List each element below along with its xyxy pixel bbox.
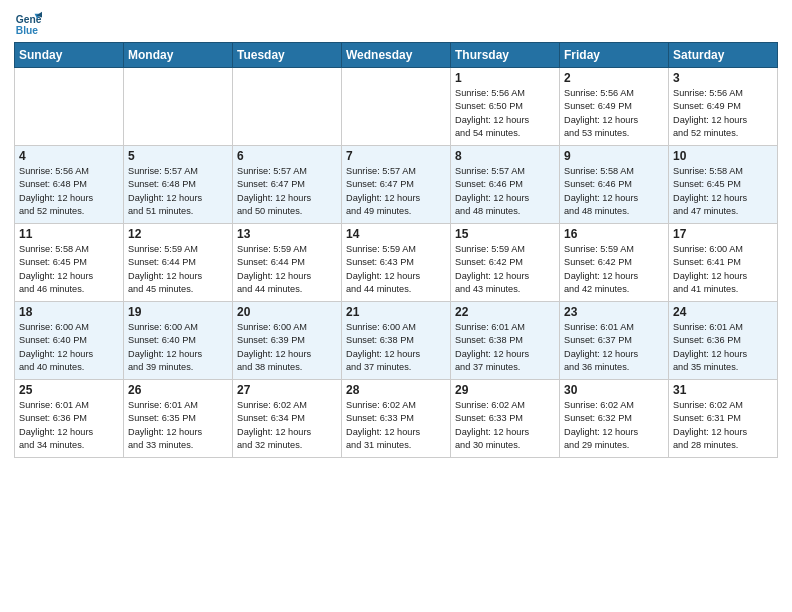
cell-daylight-info: Sunrise: 5:56 AM Sunset: 6:48 PM Dayligh… (19, 165, 119, 218)
cell-daylight-info: Sunrise: 6:02 AM Sunset: 6:34 PM Dayligh… (237, 399, 337, 452)
calendar-cell: 27Sunrise: 6:02 AM Sunset: 6:34 PM Dayli… (233, 380, 342, 458)
cell-daylight-info: Sunrise: 5:56 AM Sunset: 6:49 PM Dayligh… (673, 87, 773, 140)
cell-daylight-info: Sunrise: 5:58 AM Sunset: 6:45 PM Dayligh… (19, 243, 119, 296)
calendar-cell (342, 68, 451, 146)
calendar-cell: 13Sunrise: 5:59 AM Sunset: 6:44 PM Dayli… (233, 224, 342, 302)
day-number: 6 (237, 149, 337, 163)
week-row-3: 11Sunrise: 5:58 AM Sunset: 6:45 PM Dayli… (15, 224, 778, 302)
weekday-header-monday: Monday (124, 43, 233, 68)
cell-daylight-info: Sunrise: 6:01 AM Sunset: 6:35 PM Dayligh… (128, 399, 228, 452)
calendar-body: 1Sunrise: 5:56 AM Sunset: 6:50 PM Daylig… (15, 68, 778, 458)
calendar-cell: 1Sunrise: 5:56 AM Sunset: 6:50 PM Daylig… (451, 68, 560, 146)
cell-daylight-info: Sunrise: 5:59 AM Sunset: 6:43 PM Dayligh… (346, 243, 446, 296)
calendar-cell: 10Sunrise: 5:58 AM Sunset: 6:45 PM Dayli… (669, 146, 778, 224)
calendar-table: SundayMondayTuesdayWednesdayThursdayFrid… (14, 42, 778, 458)
cell-daylight-info: Sunrise: 5:56 AM Sunset: 6:50 PM Dayligh… (455, 87, 555, 140)
day-number: 2 (564, 71, 664, 85)
day-number: 3 (673, 71, 773, 85)
day-number: 1 (455, 71, 555, 85)
calendar-cell: 2Sunrise: 5:56 AM Sunset: 6:49 PM Daylig… (560, 68, 669, 146)
day-number: 30 (564, 383, 664, 397)
calendar-cell (124, 68, 233, 146)
day-number: 12 (128, 227, 228, 241)
cell-daylight-info: Sunrise: 6:00 AM Sunset: 6:39 PM Dayligh… (237, 321, 337, 374)
day-number: 8 (455, 149, 555, 163)
calendar-cell: 21Sunrise: 6:00 AM Sunset: 6:38 PM Dayli… (342, 302, 451, 380)
page-container: General Blue SundayMondayTuesdayWednesda… (0, 0, 792, 464)
day-number: 19 (128, 305, 228, 319)
cell-daylight-info: Sunrise: 6:01 AM Sunset: 6:37 PM Dayligh… (564, 321, 664, 374)
day-number: 23 (564, 305, 664, 319)
week-row-1: 1Sunrise: 5:56 AM Sunset: 6:50 PM Daylig… (15, 68, 778, 146)
calendar-cell: 26Sunrise: 6:01 AM Sunset: 6:35 PM Dayli… (124, 380, 233, 458)
weekday-header-thursday: Thursday (451, 43, 560, 68)
day-number: 22 (455, 305, 555, 319)
cell-daylight-info: Sunrise: 6:01 AM Sunset: 6:36 PM Dayligh… (19, 399, 119, 452)
calendar-cell: 28Sunrise: 6:02 AM Sunset: 6:33 PM Dayli… (342, 380, 451, 458)
cell-daylight-info: Sunrise: 5:57 AM Sunset: 6:47 PM Dayligh… (346, 165, 446, 218)
cell-daylight-info: Sunrise: 6:01 AM Sunset: 6:36 PM Dayligh… (673, 321, 773, 374)
cell-daylight-info: Sunrise: 6:00 AM Sunset: 6:40 PM Dayligh… (19, 321, 119, 374)
day-number: 10 (673, 149, 773, 163)
day-number: 16 (564, 227, 664, 241)
cell-daylight-info: Sunrise: 6:02 AM Sunset: 6:32 PM Dayligh… (564, 399, 664, 452)
cell-daylight-info: Sunrise: 5:59 AM Sunset: 6:42 PM Dayligh… (455, 243, 555, 296)
day-number: 24 (673, 305, 773, 319)
cell-daylight-info: Sunrise: 6:00 AM Sunset: 6:41 PM Dayligh… (673, 243, 773, 296)
calendar-cell: 20Sunrise: 6:00 AM Sunset: 6:39 PM Dayli… (233, 302, 342, 380)
calendar-cell: 31Sunrise: 6:02 AM Sunset: 6:31 PM Dayli… (669, 380, 778, 458)
calendar-cell: 15Sunrise: 5:59 AM Sunset: 6:42 PM Dayli… (451, 224, 560, 302)
calendar-cell: 11Sunrise: 5:58 AM Sunset: 6:45 PM Dayli… (15, 224, 124, 302)
day-number: 31 (673, 383, 773, 397)
day-number: 15 (455, 227, 555, 241)
calendar-cell: 25Sunrise: 6:01 AM Sunset: 6:36 PM Dayli… (15, 380, 124, 458)
header: General Blue (14, 10, 778, 38)
day-number: 18 (19, 305, 119, 319)
cell-daylight-info: Sunrise: 6:01 AM Sunset: 6:38 PM Dayligh… (455, 321, 555, 374)
day-number: 27 (237, 383, 337, 397)
calendar-cell: 9Sunrise: 5:58 AM Sunset: 6:46 PM Daylig… (560, 146, 669, 224)
day-number: 14 (346, 227, 446, 241)
calendar-cell (15, 68, 124, 146)
day-number: 7 (346, 149, 446, 163)
cell-daylight-info: Sunrise: 5:59 AM Sunset: 6:44 PM Dayligh… (237, 243, 337, 296)
calendar-cell: 29Sunrise: 6:02 AM Sunset: 6:33 PM Dayli… (451, 380, 560, 458)
day-number: 25 (19, 383, 119, 397)
day-number: 21 (346, 305, 446, 319)
calendar-cell: 14Sunrise: 5:59 AM Sunset: 6:43 PM Dayli… (342, 224, 451, 302)
svg-text:Blue: Blue (16, 25, 39, 36)
calendar-cell: 22Sunrise: 6:01 AM Sunset: 6:38 PM Dayli… (451, 302, 560, 380)
day-number: 5 (128, 149, 228, 163)
calendar-cell: 18Sunrise: 6:00 AM Sunset: 6:40 PM Dayli… (15, 302, 124, 380)
cell-daylight-info: Sunrise: 5:57 AM Sunset: 6:47 PM Dayligh… (237, 165, 337, 218)
calendar-cell: 30Sunrise: 6:02 AM Sunset: 6:32 PM Dayli… (560, 380, 669, 458)
calendar-cell: 17Sunrise: 6:00 AM Sunset: 6:41 PM Dayli… (669, 224, 778, 302)
calendar-cell: 24Sunrise: 6:01 AM Sunset: 6:36 PM Dayli… (669, 302, 778, 380)
cell-daylight-info: Sunrise: 6:02 AM Sunset: 6:31 PM Dayligh… (673, 399, 773, 452)
cell-daylight-info: Sunrise: 5:57 AM Sunset: 6:48 PM Dayligh… (128, 165, 228, 218)
cell-daylight-info: Sunrise: 5:57 AM Sunset: 6:46 PM Dayligh… (455, 165, 555, 218)
day-number: 9 (564, 149, 664, 163)
cell-daylight-info: Sunrise: 5:59 AM Sunset: 6:42 PM Dayligh… (564, 243, 664, 296)
cell-daylight-info: Sunrise: 5:58 AM Sunset: 6:46 PM Dayligh… (564, 165, 664, 218)
day-number: 4 (19, 149, 119, 163)
day-number: 11 (19, 227, 119, 241)
weekday-header-saturday: Saturday (669, 43, 778, 68)
day-number: 28 (346, 383, 446, 397)
day-number: 13 (237, 227, 337, 241)
cell-daylight-info: Sunrise: 6:02 AM Sunset: 6:33 PM Dayligh… (455, 399, 555, 452)
cell-daylight-info: Sunrise: 6:00 AM Sunset: 6:38 PM Dayligh… (346, 321, 446, 374)
calendar-cell: 7Sunrise: 5:57 AM Sunset: 6:47 PM Daylig… (342, 146, 451, 224)
cell-daylight-info: Sunrise: 6:00 AM Sunset: 6:40 PM Dayligh… (128, 321, 228, 374)
calendar-cell: 16Sunrise: 5:59 AM Sunset: 6:42 PM Dayli… (560, 224, 669, 302)
day-number: 20 (237, 305, 337, 319)
calendar-cell: 6Sunrise: 5:57 AM Sunset: 6:47 PM Daylig… (233, 146, 342, 224)
weekday-header-friday: Friday (560, 43, 669, 68)
calendar-cell (233, 68, 342, 146)
weekday-header-row: SundayMondayTuesdayWednesdayThursdayFrid… (15, 43, 778, 68)
weekday-header-wednesday: Wednesday (342, 43, 451, 68)
calendar-cell: 4Sunrise: 5:56 AM Sunset: 6:48 PM Daylig… (15, 146, 124, 224)
cell-daylight-info: Sunrise: 5:58 AM Sunset: 6:45 PM Dayligh… (673, 165, 773, 218)
calendar-cell: 8Sunrise: 5:57 AM Sunset: 6:46 PM Daylig… (451, 146, 560, 224)
logo-icon: General Blue (14, 10, 42, 38)
